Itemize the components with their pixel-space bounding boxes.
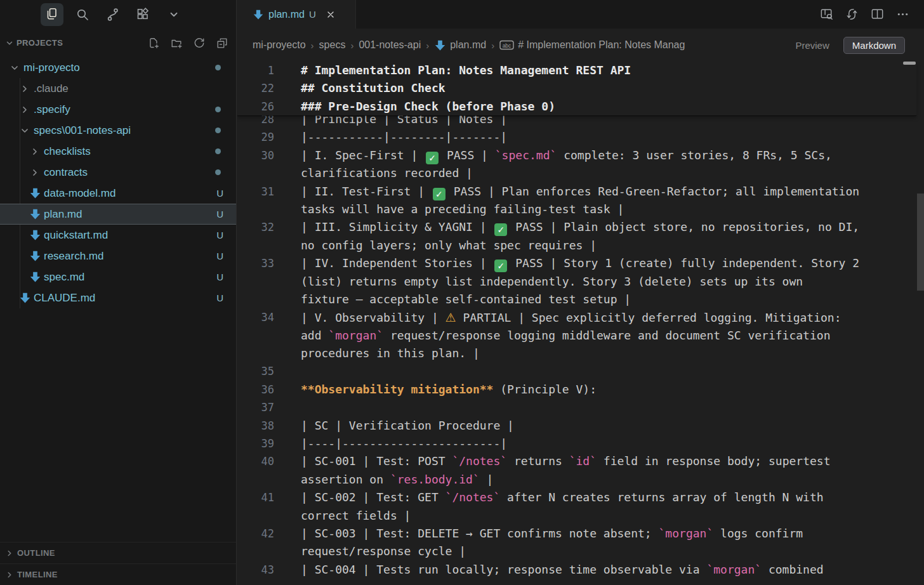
plain-text: | SC-004 | Tests run locally; response t… — [301, 563, 706, 576]
breadcrumb-label: mi-proyecto — [253, 39, 306, 51]
untracked-badge: U — [216, 188, 223, 199]
tree-item-data-model.md[interactable]: data-model.mdU — [0, 183, 236, 204]
editor-visual-row: assertion on `res.body.id` | — [237, 471, 916, 489]
search-icon[interactable] — [71, 3, 94, 26]
source-control-icon[interactable] — [102, 3, 124, 26]
line-number: 22 — [237, 79, 274, 97]
chevron-down-icon[interactable] — [162, 3, 185, 26]
code-text[interactable]: | SC-003 | Test: DELETE → GET confirms n… — [274, 525, 916, 542]
breadcrumb-item[interactable]: plan.md — [434, 39, 486, 51]
tree-item-.claude[interactable]: .claude — [0, 78, 236, 99]
tree-item-label: .specify — [34, 103, 70, 116]
code-text[interactable]: **Observability mitigation** (Principle … — [274, 381, 916, 398]
editor-visual-row: 37 — [237, 398, 916, 416]
plain-text: |----|-----------------------| — [301, 437, 507, 450]
tree-item-claude.md[interactable]: CLAUDE.mdU — [0, 287, 236, 308]
code-text[interactable]: (list) returns empty list independently.… — [274, 273, 916, 291]
code-text[interactable]: |----|-----------------------| — [274, 435, 916, 452]
line-number: 36 — [237, 381, 274, 398]
tree-item-research.md[interactable]: research.mdU — [0, 246, 236, 266]
plain-text: PASS | Plan enforces Red-Green-Refactor;… — [447, 185, 859, 198]
line-number: 37 — [237, 398, 274, 416]
breadcrumb-item[interactable]: specs — [319, 39, 346, 51]
new-file-icon[interactable] — [147, 37, 160, 49]
tree-item-contracts[interactable]: contracts — [0, 162, 236, 183]
files-icon[interactable] — [41, 3, 63, 26]
editor-pane[interactable]: 28| Principle | Status | Notes |29|-----… — [237, 62, 924, 585]
split-editor-icon[interactable] — [870, 7, 885, 22]
code-text[interactable] — [274, 362, 916, 380]
code-text[interactable] — [274, 398, 916, 416]
code-text[interactable]: | II. Test-First | ✓ PASS | Plan enforce… — [274, 183, 916, 200]
close-icon[interactable] — [326, 10, 336, 20]
code-text[interactable]: fixture — acceptable self-contained test… — [274, 291, 916, 308]
code-text[interactable]: |-----------|--------|-------| — [274, 128, 916, 146]
code-text[interactable]: ### Pre-Design Check (before Phase 0) — [274, 98, 916, 115]
tree-item-quickstart.md[interactable]: quickstart.mdU — [0, 225, 236, 246]
breadcrumb-separator: › — [311, 40, 314, 51]
svg-text:abc: abc — [503, 43, 512, 49]
refresh-icon[interactable] — [193, 37, 206, 49]
collapse-all-icon[interactable] — [216, 37, 228, 49]
tree-item-mi-proyecto[interactable]: mi-proyecto — [0, 57, 236, 78]
inline-code: `morgan` — [706, 563, 762, 576]
timeline-section-header[interactable]: TIMELINE — [0, 563, 236, 585]
chevron-right-icon — [5, 549, 14, 558]
code-text[interactable]: tasks will have a preceding failing-test… — [274, 200, 916, 218]
inline-code: `/notes` — [446, 490, 501, 504]
editor-visual-row: 22## Constitution Check — [237, 79, 916, 97]
code-text[interactable]: assertion on `res.body.id` | — [274, 471, 916, 489]
code-text[interactable]: add `morgan` request/response logging mi… — [274, 327, 916, 345]
code-text[interactable]: no config layers; only what spec require… — [274, 237, 916, 254]
tree-item-checklists[interactable]: checklists — [0, 141, 236, 162]
code-text[interactable]: | IV. Independent Stories | ✓ PASS | Sto… — [274, 254, 916, 272]
more-actions-icon[interactable] — [895, 7, 910, 22]
tree-item-specs-001-notes-api[interactable]: specs\001-notes-api — [0, 120, 236, 141]
markdown-icon — [28, 270, 42, 284]
breadcrumb-item[interactable]: abc# Implementation Plan: Notes Manag — [499, 39, 685, 51]
code-text[interactable]: correct fields | — [274, 507, 916, 525]
outline-section-header[interactable]: OUTLINE — [0, 542, 236, 563]
code-text[interactable]: | V. Observability | ⚠ PARTIAL | Spec ex… — [274, 308, 916, 326]
breadcrumb-items: mi-proyecto›specs›001-notes-api›plan.md›… — [253, 39, 685, 51]
plain-text: | V. Observability | — [301, 311, 446, 324]
line-number: 29 — [237, 128, 274, 146]
breadcrumb-label: specs — [319, 39, 346, 51]
code-text[interactable]: request/response cycle | — [274, 542, 916, 560]
line-number — [237, 542, 274, 560]
code-text[interactable]: ## Constitution Check — [274, 79, 916, 97]
tree-item-.specify[interactable]: .specify — [0, 99, 236, 120]
tree-item-plan.md[interactable]: plan.mdU — [0, 204, 236, 225]
plain-text: | IV. Independent Stories | — [301, 256, 493, 270]
line-number — [237, 200, 274, 218]
new-folder-icon[interactable] — [170, 37, 183, 49]
code-text[interactable]: | I. Spec-First | ✓ PASS | `spec.md` com… — [274, 147, 916, 164]
plain-text: | SC-002 | Test: GET — [301, 490, 446, 504]
code-text[interactable]: | SC-001 | Test: POST `/notes` returns `… — [274, 452, 916, 470]
preview-button[interactable]: Preview — [795, 40, 829, 51]
code-text[interactable]: | SC-002 | Test: GET `/notes` after N cr… — [274, 489, 916, 506]
tab-plan-md[interactable]: plan.md U — [237, 0, 356, 29]
code-text[interactable]: # Implementation Plan: Notes Management … — [274, 62, 916, 79]
breadcrumb-item[interactable]: 001-notes-api — [359, 39, 421, 51]
symbol-text-icon: abc — [499, 39, 514, 51]
code-text[interactable]: | SC-004 | Tests run locally; response t… — [274, 561, 916, 579]
breadcrumb-separator: › — [350, 40, 353, 51]
chevron-right-icon — [28, 145, 42, 159]
code-text[interactable]: | SC | Verification Procedure | — [274, 417, 916, 435]
extensions-icon[interactable] — [132, 3, 155, 26]
vertical-scrollbar-thumb[interactable] — [917, 194, 924, 291]
projects-section-header[interactable]: PROJECTS — [0, 29, 236, 57]
code-text[interactable]: | III. Simplicity & YAGNI | ✓ PASS | Pla… — [274, 218, 916, 236]
markdown-button[interactable]: Markdown — [843, 37, 905, 54]
open-preview-side-icon[interactable] — [819, 7, 834, 22]
tree-item-label: spec.md — [44, 271, 84, 284]
open-changes-icon[interactable] — [845, 7, 859, 22]
tree-item-spec.md[interactable]: spec.mdU — [0, 266, 236, 287]
code-text[interactable]: procedures in this plan. | — [274, 345, 916, 362]
editor-visual-row: 33| IV. Independent Stories | ✓ PASS | S… — [237, 254, 916, 272]
code-text[interactable]: clarifications recorded | — [274, 164, 916, 182]
breadcrumb-item[interactable]: mi-proyecto — [253, 39, 306, 51]
plain-text: PASS | Story 1 (create) fully independen… — [508, 256, 859, 270]
plain-text: | I. Spec-First | — [301, 148, 425, 162]
